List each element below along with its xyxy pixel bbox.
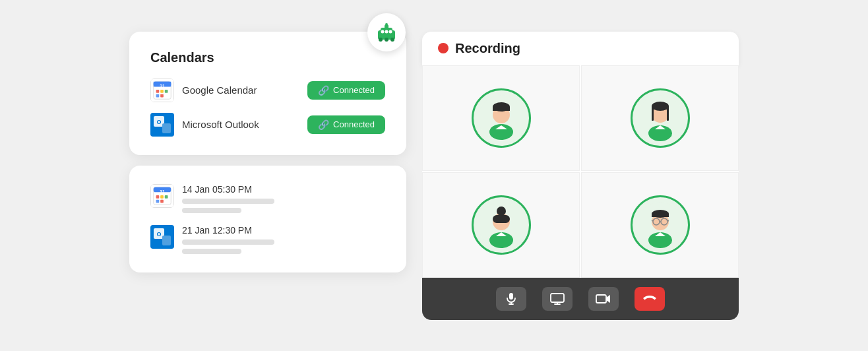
video-cell-1 (422, 65, 580, 171)
event-bar-2a (182, 239, 274, 245)
app-container: Calendars 31 (129, 32, 739, 320)
svg-point-31 (389, 30, 392, 33)
svg-line-63 (667, 220, 669, 221)
avatar-1 (472, 88, 531, 148)
camera-button[interactable] (588, 287, 619, 311)
svg-point-35 (385, 38, 388, 42)
event-text-1: 14 Jan 05:30 PM (182, 184, 274, 213)
svg-rect-26 (162, 236, 171, 245)
video-cell-4 (581, 172, 739, 278)
svg-rect-7 (165, 90, 168, 93)
event-item-2: O 21 Jan 12:30 PM (150, 225, 385, 254)
controls-bar (422, 278, 739, 320)
svg-line-62 (652, 220, 653, 221)
outlook-connected-badge: 🔗 Connected (307, 115, 385, 134)
mic-icon (505, 292, 518, 305)
svg-rect-67 (551, 294, 564, 302)
outlook-calendar-icon: O (150, 113, 174, 137)
outlook-calendar-left: O Microsoft Outlook (150, 113, 259, 137)
svg-point-34 (379, 38, 383, 42)
event-bar-1b (182, 208, 241, 213)
svg-rect-41 (493, 107, 510, 111)
recording-label: Recording (455, 41, 520, 56)
svg-rect-70 (596, 295, 606, 303)
event-text-2: 21 Jan 12:30 PM (182, 225, 274, 254)
event-date-2: 21 Jan 12:30 PM (182, 225, 274, 236)
video-cell-2 (581, 65, 739, 171)
svg-text:O: O (156, 119, 161, 125)
right-panel: Recording (422, 32, 739, 320)
svg-rect-20 (165, 195, 168, 199)
center-robot-icon (367, 13, 406, 51)
svg-text:31: 31 (160, 189, 165, 194)
svg-rect-64 (509, 293, 513, 300)
avatar-2 (631, 88, 690, 148)
svg-text:O: O (156, 231, 161, 238)
svg-rect-18 (156, 195, 160, 199)
calendars-title: Calendars (150, 50, 385, 65)
avatar-3 (472, 195, 531, 255)
video-cell-3 (422, 172, 580, 278)
svg-rect-9 (160, 94, 164, 97)
svg-point-36 (390, 38, 394, 42)
google-calendar-item: 31 Google Calendar 🔗 Connected (150, 79, 385, 102)
recording-dot (438, 43, 449, 53)
event-date-1: 14 Jan 05:30 PM (182, 184, 274, 195)
svg-point-30 (385, 30, 388, 33)
outlook-calendar-item: O Microsoft Outlook 🔗 Connected (150, 113, 385, 137)
link-icon-google: 🔗 (318, 85, 329, 96)
svg-rect-19 (160, 195, 164, 199)
events-card: 31 14 Jan 05:30 PM (129, 166, 406, 272)
svg-point-53 (497, 207, 506, 216)
end-call-icon (642, 294, 657, 303)
left-panel: Calendars 31 (129, 32, 406, 272)
event-bar-2b (182, 249, 241, 254)
google-calendar-name: Google Calendar (182, 84, 257, 96)
svg-rect-6 (160, 90, 164, 93)
svg-rect-5 (156, 90, 160, 93)
svg-rect-48 (652, 106, 669, 110)
outlook-status: Connected (333, 119, 375, 129)
avatar-4 (631, 195, 690, 255)
mic-button[interactable] (496, 287, 526, 311)
camera-icon (596, 293, 611, 305)
event-bar-1a (182, 199, 274, 204)
google-calendar-icon: 31 (150, 79, 174, 102)
google-calendar-left: 31 Google Calendar (150, 79, 257, 102)
link-icon-outlook: 🔗 (318, 119, 329, 130)
svg-rect-58 (652, 214, 669, 217)
calendars-card: Calendars 31 (129, 32, 406, 155)
google-status: Connected (333, 85, 375, 95)
screen-share-icon (550, 293, 565, 305)
svg-point-33 (385, 23, 388, 26)
svg-text:31: 31 (160, 84, 165, 88)
video-grid (422, 65, 739, 278)
screen-share-button[interactable] (542, 287, 573, 311)
event-outlook-icon: O (150, 225, 174, 249)
event-item-1: 31 14 Jan 05:30 PM (150, 184, 385, 213)
svg-rect-22 (160, 199, 164, 203)
outlook-calendar-name: Microsoft Outlook (182, 119, 259, 130)
event-google-icon: 31 (150, 184, 174, 208)
svg-rect-13 (162, 123, 171, 133)
google-connected-badge: 🔗 Connected (307, 81, 385, 100)
svg-rect-52 (493, 215, 510, 223)
svg-rect-21 (156, 199, 160, 203)
svg-point-29 (381, 30, 385, 33)
end-call-button[interactable] (635, 287, 665, 311)
svg-rect-8 (156, 94, 160, 97)
recording-bar: Recording (422, 32, 739, 65)
